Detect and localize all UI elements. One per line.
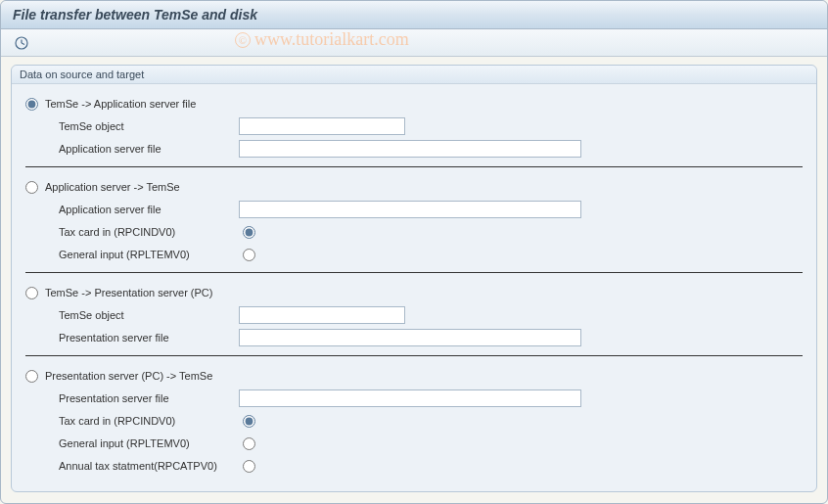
- group-source-target: Data on source and target TemSe -> Appli…: [11, 65, 817, 492]
- section-pc-to-temse: Presentation server (PC) -> TemSe Presen…: [25, 355, 803, 483]
- direction-label: Application server -> TemSe: [43, 181, 239, 193]
- section-temse-to-appserver: TemSe -> Application server file TemSe o…: [25, 90, 803, 166]
- radio-tax-card-in-1[interactable]: [243, 226, 255, 239]
- radio-general-input-1[interactable]: [243, 249, 255, 261]
- page-title: File transfer between TemSe and disk: [13, 7, 815, 23]
- group-title: Data on source and target: [12, 66, 816, 84]
- presentation-file-input[interactable]: [239, 329, 581, 346]
- direction-label: Presentation server (PC) -> TemSe: [43, 370, 258, 382]
- field-label: Presentation server file: [43, 332, 239, 344]
- radio-pc-to-temse[interactable]: [25, 370, 38, 383]
- section-appserver-to-temse: Application server -> TemSe Application …: [25, 166, 803, 272]
- sub-radio-label: Annual tax statment(RPCATPV0): [43, 460, 239, 472]
- appserver-file-input[interactable]: [239, 140, 581, 158]
- window-header: File transfer between TemSe and disk: [1, 1, 827, 29]
- field-label: Application server file: [43, 204, 239, 215]
- field-label: Presentation server file: [43, 392, 239, 404]
- temse-object-input[interactable]: [239, 117, 405, 135]
- radio-annual-tax-statement[interactable]: [243, 460, 255, 473]
- radio-temse-to-pc[interactable]: [25, 287, 38, 299]
- field-label: TemSe object: [43, 120, 239, 132]
- presentation-file-input-2[interactable]: [239, 389, 581, 407]
- sub-radio-label: General input (RPLTEMV0): [43, 249, 239, 260]
- execute-button[interactable]: [11, 33, 32, 53]
- clock-execute-icon: [15, 36, 28, 50]
- radio-appserver-to-temse[interactable]: [25, 181, 38, 194]
- field-label: TemSe object: [43, 309, 239, 321]
- group-body: TemSe -> Application server file TemSe o…: [12, 84, 816, 491]
- toolbar: [1, 29, 827, 57]
- radio-tax-card-in-2[interactable]: [243, 415, 255, 428]
- radio-temse-to-appserver[interactable]: [25, 98, 38, 111]
- direction-label: TemSe -> Application server file: [43, 98, 239, 110]
- appserver-file-input-2[interactable]: [239, 201, 581, 218]
- field-label: Application server file: [43, 143, 239, 155]
- sub-radio-label: General input (RPLTEMV0): [43, 437, 239, 449]
- radio-general-input-2[interactable]: [243, 437, 255, 450]
- svg-line-2: [22, 43, 24, 45]
- sub-radio-label: Tax card in (RPCINDV0): [43, 415, 239, 427]
- direction-label: TemSe -> Presentation server (PC): [43, 287, 258, 298]
- temse-object-input-2[interactable]: [239, 306, 405, 324]
- sub-radio-label: Tax card in (RPCINDV0): [43, 226, 239, 238]
- section-temse-to-pc: TemSe -> Presentation server (PC) TemSe …: [25, 272, 803, 355]
- content-area: Data on source and target TemSe -> Appli…: [1, 57, 827, 500]
